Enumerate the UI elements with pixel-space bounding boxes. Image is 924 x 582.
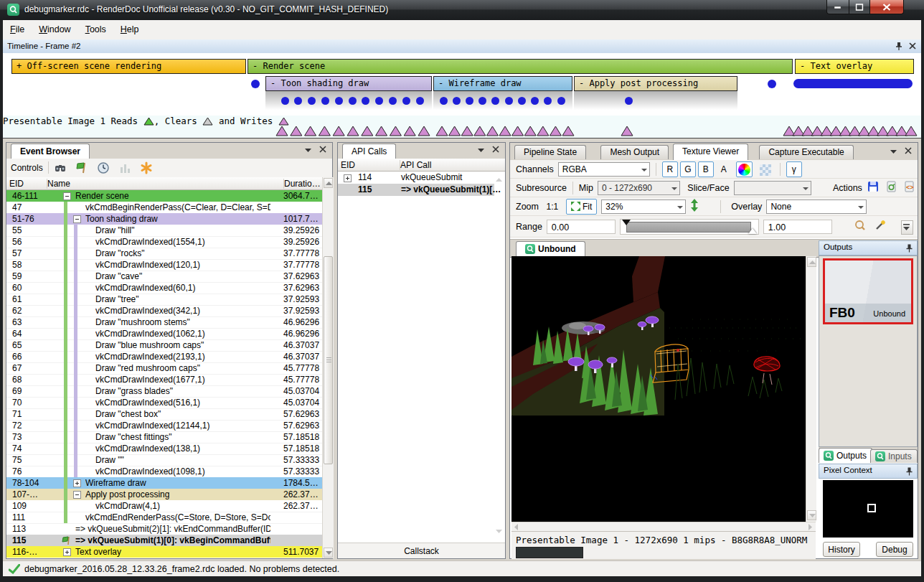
scroll-down-icon[interactable]	[324, 548, 333, 558]
menu-tools[interactable]: Tools	[78, 20, 113, 34]
range-min-field[interactable]: 0.00	[547, 220, 616, 234]
event-row-65[interactable]: 65Draw "blue mushroom caps"46.37037	[6, 339, 322, 352]
event-row-71[interactable]: 71Draw "chest box"57.62963	[6, 408, 322, 421]
texture-vscrollbar[interactable]	[806, 256, 816, 522]
outputs-dock-header[interactable]: Outputs	[819, 240, 918, 255]
find-icon[interactable]	[54, 161, 67, 174]
filter-star-icon[interactable]	[140, 161, 153, 174]
close-icon[interactable]	[319, 146, 326, 154]
debug-button[interactable]: Debug	[876, 542, 913, 557]
event-row-107-…[interactable]: 107-…Apply post processing262.37…	[6, 489, 322, 500]
event-row-73[interactable]: 73Draw "chest fittings"57.18518	[6, 431, 322, 443]
close-icon[interactable]	[908, 42, 918, 51]
scroll-down-icon[interactable]	[807, 510, 816, 520]
event-row-68[interactable]: 68vkCmdDrawIndexed(1677,1)45.77778	[6, 374, 322, 386]
range-white-handle[interactable]	[748, 228, 757, 234]
event-row-69[interactable]: 69Draw "grass blades"45.03704	[6, 385, 322, 398]
collapse-minus-icon[interactable]	[63, 192, 71, 200]
link-icon[interactable]	[885, 180, 900, 196]
event-row-66[interactable]: 66vkCmdDrawIndexed(2193,1)46.37037	[6, 351, 322, 363]
close-button[interactable]	[869, 0, 904, 14]
zoom-range-icon[interactable]	[854, 219, 869, 235]
scroll-down-icon[interactable]	[496, 526, 502, 536]
event-row-75[interactable]: 75Draw ""57.33333	[6, 454, 322, 466]
event-row-111[interactable]: 111vkCmdEndRenderPass(C=Store, D=Store, …	[6, 512, 322, 524]
event-row-72[interactable]: 72vkCmdDrawIndexed(12144,1)57.62963	[6, 420, 322, 432]
fb0-thumbnail[interactable]: FB0 Unbound	[823, 258, 913, 324]
slice-dropdown[interactable]	[734, 181, 811, 195]
event-row-116-…[interactable]: 116-…Text overlay511.7037	[6, 546, 322, 558]
event-row-62[interactable]: 62vkCmdDrawIndexed(342,1)37.92593	[6, 305, 322, 317]
event-row-63[interactable]: 63Draw "mushroom stems"46.96296	[6, 316, 322, 329]
tab-texture-viewer[interactable]: Texture Viewer	[673, 144, 748, 160]
pin-icon[interactable]	[905, 467, 913, 476]
timeline-bar[interactable]: + Off-screen scene rendering	[11, 59, 246, 74]
pixel-context-header[interactable]: Pixel Context	[819, 464, 918, 479]
minimize-button[interactable]	[826, 0, 849, 14]
expand-plus-icon[interactable]	[344, 174, 352, 182]
api-call-row-114[interactable]: 114vkQueueSubmit	[338, 172, 494, 184]
bookmark-flag-icon[interactable]	[75, 161, 88, 174]
api-call-row-115[interactable]: 115=> vkQueueSubmit(1)[…	[338, 184, 494, 196]
zoom-1to1-button[interactable]: 1:1	[543, 199, 562, 215]
pin-icon[interactable]	[905, 244, 913, 253]
event-row-56[interactable]: 56vkCmdDrawIndexed(1554,1)39.25926	[6, 236, 322, 248]
event-table-header[interactable]: EID Name Duratio…	[6, 177, 322, 190]
tab-unbound[interactable]: Unbound	[516, 241, 585, 257]
event-row-115[interactable]: 115=> vkQueueSubmit(1)[0]: vkBeginComman…	[6, 535, 322, 546]
flip-y-icon[interactable]	[690, 199, 706, 215]
event-row-64[interactable]: 64vkCmdDrawIndexed(1062,1)46.96296	[6, 328, 322, 340]
timeline-bar[interactable]: - Wireframe draw	[433, 76, 572, 91]
fit-toggle[interactable]: Fit	[566, 199, 597, 215]
scroll-up-icon[interactable]	[324, 178, 333, 188]
chevron-down-icon[interactable]	[478, 146, 485, 154]
tab-pipeline-state[interactable]: Pipeline State	[514, 145, 586, 159]
scroll-up-icon[interactable]	[807, 257, 816, 267]
save-icon[interactable]	[867, 180, 881, 196]
tab-capture-executable[interactable]: Capture Executable	[759, 145, 853, 159]
time-clock-icon[interactable]	[97, 161, 110, 174]
tab-api-calls[interactable]: API Calls	[342, 144, 396, 159]
event-row-61[interactable]: 61Draw "tree"37.92593	[6, 294, 322, 306]
texture-hscrollbar[interactable]	[512, 522, 816, 532]
channel-g-toggle[interactable]: G	[680, 161, 696, 177]
timeline-canvas[interactable]: + Off-screen scene rendering- Render sce…	[3, 53, 921, 117]
collapse-minus-icon[interactable]	[73, 215, 81, 223]
maximize-button[interactable]	[849, 0, 870, 14]
channels-dropdown[interactable]: RGBA	[558, 162, 650, 177]
event-row-58[interactable]: 58vkCmdDrawIndexed(120,1)37.77778	[6, 259, 322, 271]
close-icon[interactable]	[492, 146, 499, 154]
timeline-bar[interactable]: - Toon shading draw	[265, 76, 432, 91]
tab-inputs[interactable]: Inputs	[870, 449, 918, 463]
expand-plus-icon[interactable]	[73, 479, 81, 487]
event-row-47[interactable]: 47vkCmdBeginRenderPass(C=Clear, D=Clear,…	[6, 202, 322, 214]
channel-b-toggle[interactable]: B	[698, 161, 714, 177]
toolbar-overflow-button[interactable]	[901, 220, 913, 235]
api-table-header[interactable]: EID API Call	[338, 159, 505, 172]
overlay-dropdown[interactable]: None	[766, 200, 867, 214]
tab-outputs[interactable]: Outputs	[819, 448, 872, 463]
chevron-down-icon[interactable]	[890, 147, 897, 156]
event-row-67[interactable]: 67Draw "red mushroom caps"45.77778	[6, 362, 322, 375]
event-row-51-76[interactable]: 51-76Toon shading draw1017.7…	[6, 213, 322, 225]
mip-dropdown[interactable]: 0 - 1272x690	[598, 181, 680, 195]
event-row-74[interactable]: 74vkCmdDrawIndexed(138,1)57.18518	[6, 443, 322, 455]
alpha-checker-toggle[interactable]	[757, 161, 774, 177]
collapse-minus-icon[interactable]	[73, 491, 81, 499]
autofit-wand-icon[interactable]	[874, 219, 890, 235]
event-row-46-111[interactable]: 46-111Render scene3064.7…	[6, 190, 322, 202]
gamma-toggle[interactable]: γ	[786, 161, 802, 177]
history-button[interactable]: History	[823, 542, 860, 557]
timeline-bar[interactable]: - Apply post processing	[574, 76, 737, 91]
chevron-down-icon[interactable]	[305, 146, 312, 154]
texture-image[interactable]	[512, 256, 806, 522]
event-browser-scrollbar[interactable]	[322, 177, 334, 558]
event-row-113[interactable]: 113=> vkQueueSubmit(2)[1]: vkEndCommandB…	[6, 523, 322, 535]
event-row-78-104[interactable]: 78-104Wireframe draw1784.5…	[6, 477, 322, 489]
channel-a-toggle[interactable]: A	[716, 161, 732, 177]
event-row-70[interactable]: 70vkCmdDrawIndexed(516,1)45.03704	[6, 397, 322, 409]
open-code-icon[interactable]: <>	[903, 180, 918, 196]
timeline-bar[interactable]: - Render scene	[248, 59, 793, 74]
range-max-field[interactable]: 1.00	[763, 220, 832, 234]
pixel-context-preview[interactable]	[823, 480, 913, 538]
